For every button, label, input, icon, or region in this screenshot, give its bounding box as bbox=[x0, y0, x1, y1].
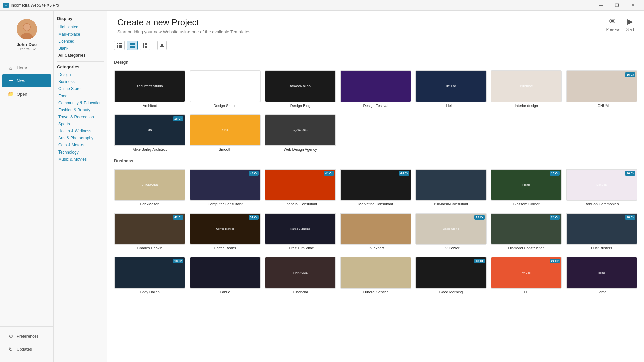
template-item[interactable]: BonBon16 CrBonBon Ceremonies bbox=[566, 169, 637, 206]
template-thumb: 24 Cr bbox=[491, 213, 562, 245]
nav-new[interactable]: ☰ New bbox=[2, 74, 51, 87]
nav-open[interactable]: 📁 Open bbox=[2, 87, 51, 100]
toolbar-separator bbox=[154, 41, 154, 49]
filter-cat-design[interactable]: Design bbox=[57, 71, 104, 78]
template-item[interactable]: 16 CrLIGNUM bbox=[566, 70, 637, 108]
filter-cat-travel--recreation[interactable]: Travel & Recreation bbox=[57, 114, 104, 120]
svg-rect-17 bbox=[143, 43, 144, 48]
template-name: Hi! bbox=[491, 290, 562, 294]
filter-cat-business[interactable]: Business bbox=[57, 78, 104, 85]
credit-badge: 24 Cr bbox=[550, 259, 560, 263]
preview-button[interactable]: 👁 Preview bbox=[606, 17, 620, 32]
template-thumb: BonBon16 Cr bbox=[566, 169, 637, 201]
filter-highlighted[interactable]: Highlighted bbox=[57, 24, 104, 31]
template-item[interactable]: BrandsDesign Studio bbox=[190, 70, 261, 108]
template-item[interactable]: 44 CrFinancial Consultant bbox=[265, 169, 336, 206]
svg-rect-18 bbox=[145, 43, 147, 45]
template-item[interactable]: my WebSiteWeb Design Agency bbox=[265, 114, 336, 152]
template-item[interactable]: DRAGON BLOGDesign Blog bbox=[265, 70, 336, 108]
template-item[interactable]: ARCHITECT STUDIOArchitect bbox=[114, 70, 185, 108]
template-name: Web Design Agency bbox=[265, 147, 336, 152]
templates-grid-1: MB16 CrMike Bailey Architect1 2 3Smoothm… bbox=[114, 114, 637, 152]
template-item[interactable]: Plants16 CrBlossom Corner bbox=[491, 169, 562, 206]
categories-title: Categories bbox=[57, 64, 104, 69]
template-thumb: HELLO! bbox=[415, 70, 487, 102]
template-item[interactable]: Funeral Service bbox=[340, 257, 412, 294]
template-name: BonBon Ceremonies bbox=[566, 202, 637, 206]
nav-preferences[interactable]: ⚙ Preferences bbox=[2, 330, 51, 343]
template-name: Diamond Construction bbox=[491, 246, 562, 250]
template-item[interactable]: 18 CrGood Morning bbox=[415, 257, 487, 294]
close-button[interactable]: ✕ bbox=[625, 0, 641, 11]
template-item[interactable]: 1 2 3Smooth bbox=[190, 114, 261, 152]
filter-cat-sports[interactable]: Sports bbox=[57, 121, 104, 127]
filter-cat-arts--photography[interactable]: Arts & Photography bbox=[57, 135, 104, 141]
thumb-inner: Name Surname bbox=[265, 214, 335, 244]
grid-small-btn[interactable] bbox=[114, 41, 125, 50]
template-item[interactable]: Design Festival bbox=[340, 70, 412, 108]
filter-cat-cars--motors[interactable]: Cars & Motors bbox=[57, 142, 104, 148]
template-item[interactable]: MB16 CrMike Bailey Architect bbox=[114, 114, 185, 152]
template-item[interactable]: 18 CrDust Busters bbox=[566, 213, 637, 250]
template-item[interactable]: BRICKMANNBrickMason bbox=[114, 169, 185, 206]
svg-rect-12 bbox=[120, 46, 122, 48]
template-item[interactable]: Name SurnameCurriculum Vitae bbox=[265, 213, 336, 250]
template-item[interactable]: Coffee Market32 CrCoffee Beans bbox=[190, 213, 261, 250]
content-area: Display Highlighted Marketplace Licenced… bbox=[54, 11, 644, 362]
template-item[interactable]: BillMarsh-Consultant bbox=[415, 169, 487, 206]
grid-medium-btn[interactable] bbox=[127, 41, 138, 50]
template-name: Coffee Beans bbox=[190, 246, 261, 250]
filter-blank[interactable]: Blank bbox=[57, 45, 104, 52]
template-item[interactable]: HomeHome bbox=[566, 257, 637, 294]
template-name: BrickMason bbox=[114, 202, 185, 206]
template-name: Computer Consultant bbox=[190, 202, 261, 206]
filter-cat-online-store[interactable]: Online Store bbox=[57, 85, 104, 92]
svg-rect-4 bbox=[117, 43, 118, 44]
svg-rect-15 bbox=[130, 46, 132, 48]
svg-rect-19 bbox=[145, 46, 147, 48]
display-title: Display bbox=[57, 16, 104, 21]
template-name: Architect bbox=[114, 104, 185, 108]
filter-marketplace[interactable]: Marketplace bbox=[57, 31, 104, 38]
filter-all-categories[interactable]: All Categories bbox=[57, 52, 104, 59]
template-item[interactable]: 44 CrMarketing Consultant bbox=[340, 169, 412, 206]
thumb-inner: BRICKMANN bbox=[115, 170, 185, 200]
nav-home[interactable]: ⌂ Home bbox=[2, 62, 51, 74]
template-item[interactable]: INTERIORInterior design bbox=[491, 70, 562, 108]
restore-button[interactable]: ❐ bbox=[609, 0, 625, 11]
svg-rect-7 bbox=[117, 45, 118, 46]
header-text: Create a new Project Start building your… bbox=[117, 17, 252, 34]
svg-rect-9 bbox=[120, 45, 122, 46]
svg-rect-16 bbox=[132, 46, 135, 48]
start-button[interactable]: ▶ Start bbox=[626, 17, 634, 32]
template-item[interactable]: CV expert bbox=[340, 213, 412, 250]
template-item[interactable]: 44 CrComputer Consultant bbox=[190, 169, 261, 206]
filter-licenced[interactable]: Licenced bbox=[57, 38, 104, 45]
filter-cat-community--education[interactable]: Community & Education bbox=[57, 100, 104, 106]
credit-badge: 16 Cr bbox=[625, 72, 635, 77]
filter-cat-food[interactable]: Food bbox=[57, 93, 104, 99]
filter-cat-technology[interactable]: Technology bbox=[57, 149, 104, 156]
grid-large-btn[interactable] bbox=[140, 41, 150, 50]
template-item[interactable]: FINANCIALFinancial bbox=[265, 257, 336, 294]
templates-scroll[interactable]: DesignARCHITECT STUDIOArchitectBrandsDes… bbox=[107, 53, 644, 362]
thumb-inner: DRAGON BLOG bbox=[265, 71, 335, 102]
template-item[interactable]: 18 CrEddy Hallen bbox=[114, 257, 185, 294]
template-item[interactable]: I'm Joe.24 CrHi! bbox=[491, 257, 562, 294]
template-item[interactable]: HELLO!Hello! bbox=[415, 70, 487, 108]
template-name: Charles Darwin bbox=[114, 246, 185, 250]
template-item[interactable]: Fabric bbox=[190, 257, 261, 294]
window-controls: — ❐ ✕ bbox=[593, 0, 641, 11]
filter-cat-health--wellness[interactable]: Health & Wellness bbox=[57, 128, 104, 134]
updates-icon: ↻ bbox=[7, 346, 14, 352]
template-thumb: Angie Stone12 Cr bbox=[415, 213, 487, 245]
export-btn[interactable] bbox=[157, 41, 167, 50]
nav-updates[interactable]: ↻ Updates bbox=[2, 343, 51, 356]
minimize-button[interactable]: — bbox=[593, 0, 608, 11]
filter-cat-music--movies[interactable]: Music & Movies bbox=[57, 156, 104, 163]
template-item[interactable]: Angie Stone12 CrCV Power bbox=[415, 213, 487, 250]
template-item[interactable]: 42 CrCharles Darwin bbox=[114, 213, 185, 250]
template-item[interactable]: 24 CrDiamond Construction bbox=[491, 213, 562, 250]
filter-cat-fashion--beauty[interactable]: Fashion & Beauty bbox=[57, 107, 104, 113]
titlebar: W Incomedia WebSite X5 Pro — ❐ ✕ bbox=[0, 0, 644, 11]
